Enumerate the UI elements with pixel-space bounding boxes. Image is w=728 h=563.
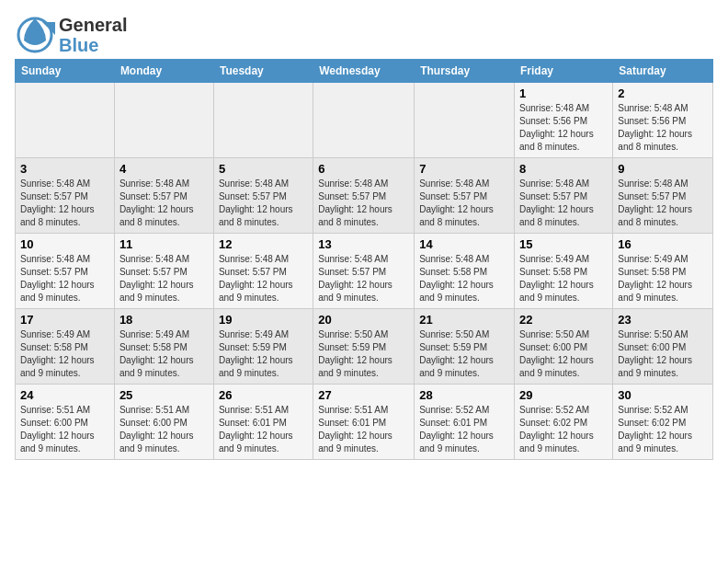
day-detail: Sunrise: 5:50 AM Sunset: 6:00 PM Dayligh… (618, 328, 708, 380)
day-cell: 10Sunrise: 5:48 AM Sunset: 5:57 PM Dayli… (16, 234, 115, 309)
day-detail: Sunrise: 5:49 AM Sunset: 5:58 PM Dayligh… (618, 253, 708, 304)
day-detail: Sunrise: 5:48 AM Sunset: 5:58 PM Dayligh… (419, 253, 509, 304)
day-number: 13 (318, 237, 409, 251)
day-cell (313, 83, 415, 158)
day-cell: 8Sunrise: 5:48 AM Sunset: 5:57 PM Daylig… (515, 158, 613, 234)
day-detail: Sunrise: 5:48 AM Sunset: 5:57 PM Dayligh… (20, 178, 109, 229)
day-number: 7 (419, 162, 509, 176)
col-header-sunday: Sunday (16, 60, 115, 83)
day-cell (213, 83, 313, 158)
logo-general: General (59, 15, 127, 35)
day-number: 27 (318, 388, 409, 402)
day-detail: Sunrise: 5:51 AM Sunset: 6:01 PM Dayligh… (219, 404, 308, 455)
day-cell: 5Sunrise: 5:48 AM Sunset: 5:57 PM Daylig… (213, 158, 313, 234)
day-number: 6 (318, 162, 409, 176)
day-detail: Sunrise: 5:48 AM Sunset: 5:57 PM Dayligh… (219, 178, 308, 229)
col-header-friday: Friday (515, 60, 613, 83)
day-cell (16, 83, 115, 158)
day-cell: 24Sunrise: 5:51 AM Sunset: 6:00 PM Dayli… (16, 385, 115, 460)
day-number: 25 (119, 388, 209, 402)
day-detail: Sunrise: 5:48 AM Sunset: 5:57 PM Dayligh… (318, 253, 409, 304)
day-detail: Sunrise: 5:50 AM Sunset: 6:00 PM Dayligh… (519, 328, 608, 380)
day-number: 15 (519, 237, 608, 251)
day-number: 21 (419, 313, 509, 327)
day-cell (415, 83, 515, 158)
day-number: 30 (618, 388, 708, 402)
week-row-4: 17Sunrise: 5:49 AM Sunset: 5:58 PM Dayli… (16, 309, 713, 385)
page-header: General Blue (15, 15, 713, 55)
day-cell: 12Sunrise: 5:48 AM Sunset: 5:57 PM Dayli… (213, 234, 313, 309)
day-number: 20 (318, 313, 409, 327)
day-number: 17 (20, 313, 109, 327)
day-detail: Sunrise: 5:49 AM Sunset: 5:58 PM Dayligh… (119, 328, 209, 380)
logo: General Blue (15, 15, 127, 55)
day-detail: Sunrise: 5:50 AM Sunset: 5:59 PM Dayligh… (318, 328, 409, 380)
day-cell: 22Sunrise: 5:50 AM Sunset: 6:00 PM Dayli… (515, 309, 613, 385)
day-detail: Sunrise: 5:51 AM Sunset: 6:00 PM Dayligh… (119, 404, 209, 455)
logo-blue: Blue (59, 35, 127, 55)
day-number: 4 (119, 162, 209, 176)
day-detail: Sunrise: 5:49 AM Sunset: 5:59 PM Dayligh… (219, 328, 308, 380)
day-detail: Sunrise: 5:48 AM Sunset: 5:57 PM Dayligh… (119, 178, 209, 229)
day-cell: 13Sunrise: 5:48 AM Sunset: 5:57 PM Dayli… (313, 234, 415, 309)
day-number: 16 (618, 237, 708, 251)
day-cell: 29Sunrise: 5:52 AM Sunset: 6:02 PM Dayli… (515, 385, 613, 460)
day-detail: Sunrise: 5:51 AM Sunset: 6:00 PM Dayligh… (20, 404, 109, 455)
day-number: 12 (219, 237, 308, 251)
day-cell: 3Sunrise: 5:48 AM Sunset: 5:57 PM Daylig… (16, 158, 115, 234)
day-cell: 30Sunrise: 5:52 AM Sunset: 6:02 PM Dayli… (613, 385, 713, 460)
day-number: 26 (219, 388, 308, 402)
col-header-saturday: Saturday (613, 60, 713, 83)
day-number: 24 (20, 388, 109, 402)
week-row-3: 10Sunrise: 5:48 AM Sunset: 5:57 PM Dayli… (16, 234, 713, 309)
day-detail: Sunrise: 5:48 AM Sunset: 5:57 PM Dayligh… (318, 178, 409, 229)
day-number: 23 (618, 313, 708, 327)
day-detail: Sunrise: 5:49 AM Sunset: 5:58 PM Dayligh… (20, 328, 109, 380)
week-row-1: 1Sunrise: 5:48 AM Sunset: 5:56 PM Daylig… (16, 83, 713, 158)
day-cell: 28Sunrise: 5:52 AM Sunset: 6:01 PM Dayli… (415, 385, 515, 460)
col-header-monday: Monday (114, 60, 213, 83)
col-header-thursday: Thursday (415, 60, 515, 83)
day-detail: Sunrise: 5:51 AM Sunset: 6:01 PM Dayligh… (318, 404, 409, 455)
day-number: 29 (519, 388, 608, 402)
day-detail: Sunrise: 5:52 AM Sunset: 6:01 PM Dayligh… (419, 404, 509, 455)
day-number: 11 (119, 237, 209, 251)
day-number: 5 (219, 162, 308, 176)
day-cell: 25Sunrise: 5:51 AM Sunset: 6:00 PM Dayli… (114, 385, 213, 460)
day-detail: Sunrise: 5:52 AM Sunset: 6:02 PM Dayligh… (618, 404, 708, 455)
day-detail: Sunrise: 5:48 AM Sunset: 5:57 PM Dayligh… (618, 178, 708, 229)
day-cell: 9Sunrise: 5:48 AM Sunset: 5:57 PM Daylig… (613, 158, 713, 234)
day-cell: 17Sunrise: 5:49 AM Sunset: 5:58 PM Dayli… (16, 309, 115, 385)
day-cell: 1Sunrise: 5:48 AM Sunset: 5:56 PM Daylig… (515, 83, 613, 158)
day-cell: 14Sunrise: 5:48 AM Sunset: 5:58 PM Dayli… (415, 234, 515, 309)
day-cell: 26Sunrise: 5:51 AM Sunset: 6:01 PM Dayli… (213, 385, 313, 460)
day-number: 1 (519, 86, 608, 100)
day-detail: Sunrise: 5:48 AM Sunset: 5:56 PM Dayligh… (618, 102, 708, 154)
day-detail: Sunrise: 5:48 AM Sunset: 5:56 PM Dayligh… (519, 102, 608, 154)
day-cell: 16Sunrise: 5:49 AM Sunset: 5:58 PM Dayli… (613, 234, 713, 309)
day-cell: 21Sunrise: 5:50 AM Sunset: 5:59 PM Dayli… (415, 309, 515, 385)
day-detail: Sunrise: 5:48 AM Sunset: 5:57 PM Dayligh… (119, 253, 209, 304)
day-number: 18 (119, 313, 209, 327)
day-cell: 23Sunrise: 5:50 AM Sunset: 6:00 PM Dayli… (613, 309, 713, 385)
day-cell: 15Sunrise: 5:49 AM Sunset: 5:58 PM Dayli… (515, 234, 613, 309)
day-detail: Sunrise: 5:52 AM Sunset: 6:02 PM Dayligh… (519, 404, 608, 455)
week-row-2: 3Sunrise: 5:48 AM Sunset: 5:57 PM Daylig… (16, 158, 713, 234)
day-detail: Sunrise: 5:49 AM Sunset: 5:58 PM Dayligh… (519, 253, 608, 304)
day-detail: Sunrise: 5:48 AM Sunset: 5:57 PM Dayligh… (419, 178, 509, 229)
col-header-tuesday: Tuesday (213, 60, 313, 83)
day-detail: Sunrise: 5:50 AM Sunset: 5:59 PM Dayligh… (419, 328, 509, 380)
day-cell: 11Sunrise: 5:48 AM Sunset: 5:57 PM Dayli… (114, 234, 213, 309)
day-cell: 20Sunrise: 5:50 AM Sunset: 5:59 PM Dayli… (313, 309, 415, 385)
col-header-wednesday: Wednesday (313, 60, 415, 83)
header-row: SundayMondayTuesdayWednesdayThursdayFrid… (16, 60, 713, 83)
day-cell: 27Sunrise: 5:51 AM Sunset: 6:01 PM Dayli… (313, 385, 415, 460)
day-number: 19 (219, 313, 308, 327)
day-detail: Sunrise: 5:48 AM Sunset: 5:57 PM Dayligh… (519, 178, 608, 229)
day-detail: Sunrise: 5:48 AM Sunset: 5:57 PM Dayligh… (20, 253, 109, 304)
day-cell: 6Sunrise: 5:48 AM Sunset: 5:57 PM Daylig… (313, 158, 415, 234)
day-cell: 18Sunrise: 5:49 AM Sunset: 5:58 PM Dayli… (114, 309, 213, 385)
day-cell: 19Sunrise: 5:49 AM Sunset: 5:59 PM Dayli… (213, 309, 313, 385)
day-number: 28 (419, 388, 509, 402)
day-number: 8 (519, 162, 608, 176)
